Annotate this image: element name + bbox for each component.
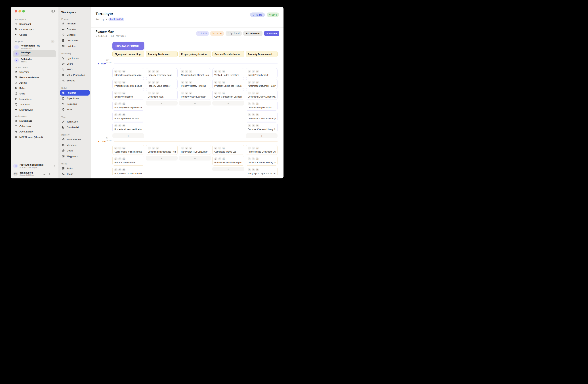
chip-v[interactable]: V — [118, 168, 122, 171]
chip-v[interactable]: V — [218, 92, 221, 95]
chip-p[interactable]: P — [114, 124, 118, 127]
sidebar-item-tech-spec[interactable]: Tech Spec — [60, 119, 90, 124]
sidebar-item-mcp-servers[interactable]: MCP Servers — [13, 107, 56, 113]
chip-v[interactable]: V — [218, 70, 221, 73]
submodule-header-service-provider-marke[interactable]: Service Provider Marke… — [212, 51, 244, 57]
chip-p[interactable]: P — [248, 113, 251, 116]
chip-m[interactable]: M — [222, 81, 225, 84]
chip-p[interactable]: P — [214, 81, 217, 84]
feature-card[interactable]: PVMProperty address verification — [112, 122, 144, 132]
chip-p[interactable]: P — [214, 158, 217, 160]
chip-v[interactable]: V — [152, 81, 155, 84]
chip-v[interactable]: V — [185, 147, 188, 149]
add-feature-button-clipped[interactable] — [112, 178, 144, 179]
chip-v[interactable]: V — [252, 81, 255, 84]
chip-m[interactable]: M — [222, 147, 225, 149]
chip-p[interactable]: P — [181, 81, 184, 84]
sidebar-item-scoping[interactable]: Scoping — [60, 78, 90, 83]
chip-m[interactable]: M — [256, 70, 259, 73]
chip-m[interactable]: M — [189, 81, 192, 84]
chip-v[interactable]: V — [185, 92, 188, 95]
ai-assist-button[interactable]: ✦⁺ AI Assist — [243, 31, 262, 36]
feature-card[interactable]: PVMCompleted Works Log — [212, 145, 244, 155]
chip-m[interactable]: M — [189, 92, 192, 95]
chip-p[interactable]: P — [114, 168, 118, 171]
chip-v[interactable]: V — [185, 81, 188, 84]
chip-p[interactable]: P — [248, 70, 251, 73]
feature-card[interactable]: PVMProperty Value Tracker — [146, 79, 178, 89]
chip-p[interactable]: P — [114, 113, 118, 116]
sidebar-item-quests[interactable]: Quests — [13, 32, 56, 38]
org-switcher[interactable]: HI Hide and Seek Digital hide-and-seek-d… — [13, 163, 56, 168]
add-feature-button[interactable]: + — [112, 133, 144, 138]
chip-m[interactable]: M — [256, 168, 259, 171]
chip-p[interactable]: P — [248, 168, 251, 171]
feature-card[interactable]: PVMProperty Overview Card — [146, 68, 178, 78]
feature-card[interactable]: PVMMortgage & Legal Pack Compiler — [246, 167, 277, 176]
sidebar-item-dashboard[interactable]: Dashboard — [13, 21, 56, 27]
chip-m[interactable]: M — [122, 147, 126, 149]
close-window-button[interactable] — [15, 10, 17, 13]
chip-p[interactable]: P — [214, 147, 217, 149]
chip-m[interactable]: M — [156, 81, 159, 84]
sidebar-item-users[interactable]: Users — [60, 61, 90, 67]
chip-m[interactable]: M — [256, 124, 259, 127]
submodule-header-property-analytics-in[interactable]: Property Analytics & In… — [179, 51, 211, 57]
sidebar-item-templates[interactable]: Templates — [13, 102, 56, 107]
sidebar-item-skills[interactable]: Skills — [13, 91, 56, 96]
sidebar-toggle-icon[interactable] — [51, 9, 55, 13]
chip-p[interactable]: P — [114, 70, 118, 73]
chip-m[interactable]: M — [256, 102, 259, 105]
feature-card[interactable]: PVMProperty History Timeline — [179, 79, 211, 89]
sidebar-item-team-roles[interactable]: Team & Roles — [60, 137, 90, 142]
add-feature-button[interactable]: + — [146, 101, 178, 105]
sidebar-item-decisions[interactable]: Decisions — [60, 101, 90, 107]
count-badge-later[interactable]: 24 Later — [210, 31, 224, 36]
sidebar-item-value-proposition[interactable]: Value Proposition — [60, 72, 90, 78]
chip-v[interactable]: V — [252, 124, 255, 127]
sidebar-item-paths[interactable]: Paths — [60, 166, 90, 171]
gear-icon[interactable] — [48, 172, 51, 175]
sidebar-item-recommendations[interactable]: Recommendations — [13, 75, 56, 80]
feature-card[interactable]: PVMDocument Vault — [146, 90, 178, 100]
chip-p[interactable]: P — [148, 81, 151, 84]
chip-p[interactable]: P — [181, 70, 184, 73]
sidebar-item-agent-library[interactable]: Agent Library — [13, 129, 56, 134]
chip-v[interactable]: V — [252, 168, 255, 171]
feature-card[interactable]: PVMProperty-Linked Job Requests — [212, 79, 244, 89]
figma-button[interactable]: Figma — [250, 13, 265, 17]
add-feature-button[interactable]: + — [212, 101, 244, 105]
feature-card[interactable]: PVMRenovation ROI Calculator — [179, 145, 211, 155]
chip-m[interactable]: M — [222, 70, 225, 73]
feature-card[interactable]: PVMProperty Value Estimator — [179, 90, 211, 100]
chip-p[interactable]: P — [214, 70, 217, 73]
logout-icon[interactable] — [53, 172, 56, 175]
chip-m[interactable]: M — [189, 147, 192, 149]
project-item-hetherington-tms[interactable]: HHetherington TMSHetherington — [13, 44, 56, 50]
feature-card[interactable]: PVMVerified Trades Directory — [212, 68, 244, 78]
chip-v[interactable]: V — [152, 147, 155, 149]
chip-v[interactable]: V — [118, 70, 122, 73]
chip-m[interactable]: M — [256, 113, 259, 116]
add-feature-button[interactable]: + — [212, 167, 244, 171]
chip-p[interactable]: P — [181, 92, 184, 95]
chip-p[interactable]: P — [148, 70, 151, 73]
chip-m[interactable]: M — [122, 102, 126, 105]
zoom-window-button[interactable] — [22, 10, 25, 13]
chip-p[interactable]: P — [248, 92, 251, 95]
sidebar-item-goals[interactable]: Goals — [60, 148, 90, 153]
feature-card[interactable]: PVMDocument Version History & Au… — [246, 122, 277, 132]
chip-v[interactable]: V — [252, 70, 255, 73]
chip-v[interactable]: V — [118, 158, 122, 160]
sidebar-item-hypotheses[interactable]: Hypotheses — [60, 55, 90, 61]
chip-m[interactable]: M — [156, 92, 159, 95]
feature-card[interactable]: PVMPlanning & Permit History Timeli… — [246, 156, 277, 166]
chip-m[interactable]: M — [122, 81, 126, 84]
new-item-icon[interactable] — [44, 9, 48, 13]
chip-m[interactable]: M — [256, 81, 259, 84]
sidebar-item-updates[interactable]: Updates — [60, 43, 90, 49]
sidebar-item-members[interactable]: Members — [60, 142, 90, 148]
sidebar-item-rules[interactable]: Rules — [13, 85, 56, 91]
feature-card[interactable]: PVMProvider Review and Reputation… — [212, 156, 244, 166]
sidebar-item-data-model[interactable]: Data Model — [60, 124, 90, 130]
